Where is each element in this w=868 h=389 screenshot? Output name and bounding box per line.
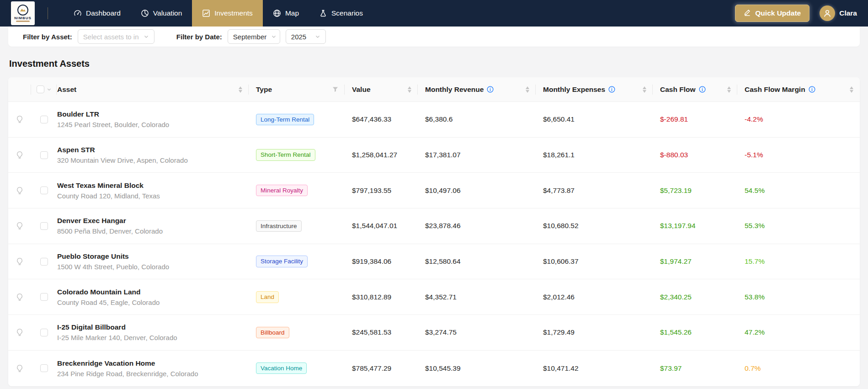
sort-icon[interactable]	[408, 86, 411, 93]
table-row: Aspen STR 320 Mountain View Drive, Aspen…	[8, 138, 860, 173]
asset-name: West Texas Mineral Block	[57, 181, 241, 190]
insight-bulb-icon[interactable]	[16, 222, 24, 230]
column-header-cash-flow-margin[interactable]: Cash Flow Margin	[737, 77, 860, 101]
row-checkbox[interactable]	[40, 364, 48, 372]
monthly-expenses-cell: $10,680.52	[536, 222, 653, 230]
monthly-revenue-cell: $3,274.75	[418, 328, 536, 336]
sort-icon[interactable]	[239, 86, 242, 93]
info-circle-icon[interactable]	[608, 86, 615, 93]
nav-item-label: Investments	[214, 9, 253, 17]
asset-address: 234 Pine Ridge Road, Breckenridge, Color…	[57, 370, 241, 378]
year-filter-select[interactable]: 2025	[286, 29, 326, 44]
nav-item-label: Map	[285, 9, 299, 17]
row-checkbox[interactable]	[40, 258, 48, 266]
cash-flow-margin-cell: 47.2%	[737, 328, 860, 336]
monthly-revenue-cell: $4,352.71	[418, 293, 536, 301]
header-bulb-column	[8, 77, 31, 101]
asset-name: Aspen STR	[57, 146, 241, 154]
asset-address: I-25 Mile Marker 140, Denver, Colorado	[57, 334, 241, 341]
value-cell: $919,384.06	[345, 257, 418, 266]
cash-flow-cell: $5,723.19	[653, 187, 737, 195]
insight-bulb-icon[interactable]	[16, 364, 24, 373]
cash-flow-cell: $13,197.94	[653, 222, 737, 230]
insight-bulb-icon[interactable]	[16, 151, 24, 159]
investment-assets-table: Asset Type Value Monthly Revenue	[8, 77, 860, 386]
column-header-monthly-expenses[interactable]: Monthly Expenses	[536, 77, 653, 101]
month-filter-select[interactable]: September	[228, 29, 280, 44]
sort-icon[interactable]	[850, 86, 853, 93]
nav-item-label: Valuation	[153, 9, 182, 17]
filter-bar: Filter by Asset: Select assets to incl..…	[8, 27, 860, 47]
monthly-expenses-cell: $6,650.41	[536, 115, 653, 123]
nav-item-dashboard[interactable]: Dashboard	[64, 0, 131, 27]
column-label: Cash Flow	[660, 85, 696, 94]
row-checkbox[interactable]	[40, 151, 48, 159]
info-circle-icon[interactable]	[699, 86, 706, 93]
row-checkbox[interactable]	[40, 222, 48, 230]
asset-type-badge: Infrastructure	[256, 220, 302, 232]
selection-options-chevron-icon[interactable]	[47, 87, 52, 92]
row-checkbox[interactable]	[40, 329, 48, 336]
monthly-revenue-cell: $17,381.07	[418, 151, 536, 159]
info-circle-icon[interactable]	[487, 86, 494, 93]
column-header-cash-flow[interactable]: Cash Flow	[653, 77, 737, 101]
table-row: Pueblo Storage Units 1500 W 4th Street, …	[8, 244, 860, 280]
asset-name: Denver Exec Hangar	[57, 217, 241, 225]
column-label: Asset	[57, 85, 76, 94]
row-checkbox[interactable]	[40, 187, 48, 194]
nav-item-investments[interactable]: Investments	[192, 0, 263, 27]
sort-icon[interactable]	[727, 86, 731, 93]
row-checkbox[interactable]	[40, 293, 48, 301]
insight-bulb-icon[interactable]	[16, 293, 24, 301]
edit-pencil-icon	[744, 9, 751, 18]
row-checkbox[interactable]	[40, 116, 48, 123]
asset-filter-select[interactable]: Select assets to incl...	[78, 29, 154, 44]
insight-bulb-icon[interactable]	[16, 115, 24, 123]
value-cell: $785,477.29	[345, 364, 418, 373]
nav-item-scenarios[interactable]: Scenarios	[309, 0, 373, 27]
cash-flow-margin-cell: 54.5%	[737, 187, 860, 195]
value-cell: $797,193.55	[345, 187, 418, 195]
column-header-value[interactable]: Value	[345, 77, 418, 101]
user-menu[interactable]: Clara	[820, 5, 857, 21]
column-header-monthly-revenue[interactable]: Monthly Revenue	[418, 77, 536, 101]
monthly-expenses-cell: $1,729.49	[536, 328, 653, 336]
monthly-expenses-cell: $18,261.1	[536, 151, 653, 159]
nav-item-map[interactable]: Map	[263, 0, 309, 27]
column-header-asset[interactable]: Asset	[57, 77, 249, 101]
monthly-revenue-cell: $12,580.64	[418, 257, 536, 266]
insight-bulb-icon[interactable]	[16, 187, 24, 195]
top-navbar: NIMBUS Dashboard Valuation	[0, 0, 868, 27]
cash-flow-cell: $1,545.26	[653, 328, 737, 336]
monthly-expenses-cell: $4,773.87	[536, 187, 653, 195]
insight-bulb-icon[interactable]	[16, 328, 24, 336]
quick-update-label: Quick Update	[755, 9, 801, 17]
column-label: Value	[352, 85, 371, 94]
header-selection-cell	[31, 77, 57, 101]
chevron-down-icon	[271, 34, 277, 39]
monthly-expenses-cell: $10,606.37	[536, 257, 653, 266]
insight-bulb-icon[interactable]	[16, 257, 24, 266]
brand-subtitle-mark	[16, 21, 30, 22]
user-avatar-icon	[820, 5, 835, 21]
chevron-down-icon	[315, 34, 320, 39]
value-cell: $245,581.53	[345, 328, 418, 336]
table-row: I-25 Digital Billboard I-25 Mile Marker …	[8, 315, 860, 351]
sort-icon[interactable]	[643, 86, 646, 93]
flask-icon	[319, 9, 327, 17]
asset-name: Pueblo Storage Units	[57, 252, 241, 261]
sort-icon[interactable]	[526, 86, 529, 93]
asset-name: I-25 Digital Billboard	[57, 323, 241, 331]
asset-type-badge: Billboard	[256, 327, 289, 339]
quick-update-button[interactable]: Quick Update	[735, 5, 809, 22]
filter-funnel-icon[interactable]	[332, 86, 338, 92]
column-label: Cash Flow Margin	[745, 85, 805, 94]
asset-address: 1500 W 4th Street, Pueblo, Colorado	[57, 263, 241, 271]
nav-item-valuation[interactable]: Valuation	[131, 0, 192, 27]
asset-name: Boulder LTR	[57, 110, 241, 118]
table-body: Boulder LTR 1245 Pearl Street, Boulder, …	[8, 102, 860, 386]
value-cell: $647,436.33	[345, 115, 418, 123]
asset-type-badge: Short-Term Rental	[256, 149, 315, 161]
info-circle-icon[interactable]	[809, 86, 815, 93]
select-all-checkbox[interactable]	[37, 85, 44, 93]
